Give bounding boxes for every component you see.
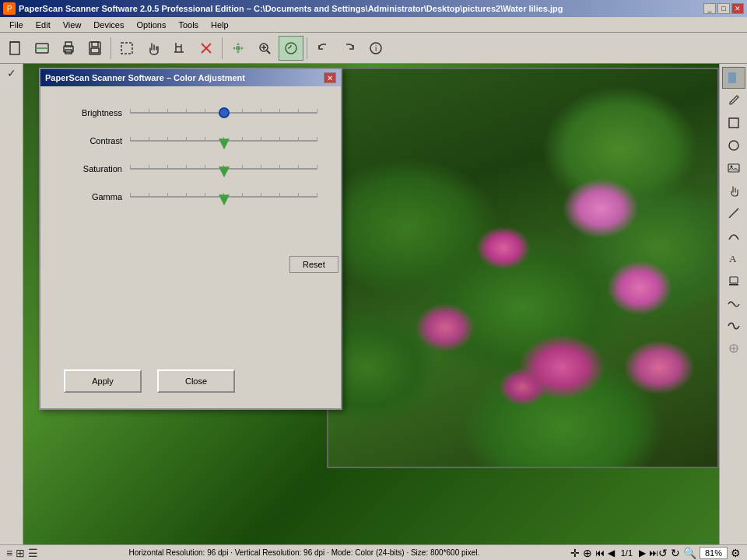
gamma-slider[interactable] xyxy=(130,189,317,205)
title-bar-controls: _ □ ✕ xyxy=(703,3,744,14)
dialog-close-button[interactable]: ✕ xyxy=(324,72,336,83)
toolbar-btn-info[interactable]: i xyxy=(363,36,388,61)
zoom-search-icon[interactable]: 🔍 xyxy=(683,547,696,559)
rotate-left-icon[interactable]: ↺ xyxy=(658,547,668,559)
apply-button[interactable]: Apply xyxy=(64,369,142,393)
right-tool-circle[interactable] xyxy=(722,135,745,156)
dialog-content: Brightness Contrast xyxy=(40,86,341,223)
toolbar: i xyxy=(0,33,747,64)
saturation-label: Saturation xyxy=(64,164,122,173)
menu-bar: File Edit View Devices Options Tools Hel… xyxy=(0,17,747,33)
toolbar-sep-3 xyxy=(307,37,307,59)
left-panel: ✓ xyxy=(0,64,23,544)
right-toolbar: A xyxy=(719,64,747,544)
right-tool-select[interactable] xyxy=(722,67,745,89)
contrast-label: Contrast xyxy=(64,136,122,145)
gamma-row: Gamma xyxy=(64,186,317,208)
toolbar-sep-1 xyxy=(110,37,111,59)
menu-edit[interactable]: Edit xyxy=(30,19,57,31)
toolbar-btn-print[interactable] xyxy=(56,36,81,61)
nav-first[interactable]: ⏮ xyxy=(595,548,605,558)
menu-view[interactable]: View xyxy=(57,19,88,31)
reset-button[interactable]: Reset xyxy=(289,256,338,273)
zoom-area: ↺ ↻ 🔍 81% ⚙ xyxy=(658,547,741,559)
menu-devices[interactable]: Devices xyxy=(87,19,130,31)
toolbar-btn-color-adj[interactable] xyxy=(279,36,303,61)
right-tool-pen[interactable] xyxy=(722,89,745,111)
status-bar: ≡ ⊞ ☰ Horizontal Resolution: 96 dpi · Ve… xyxy=(0,544,747,560)
right-tool-text[interactable]: A xyxy=(722,247,745,269)
right-tool-rect[interactable] xyxy=(722,112,745,134)
rotate-right-icon[interactable]: ↻ xyxy=(671,547,680,559)
svg-point-17 xyxy=(236,46,240,51)
gamma-thumb[interactable] xyxy=(219,194,230,205)
toolbar-btn-crop[interactable] xyxy=(167,36,192,61)
toolbar-btn-scan[interactable] xyxy=(30,36,54,61)
saturation-row: Saturation xyxy=(64,158,317,180)
minimize-button[interactable]: _ xyxy=(703,3,716,14)
contrast-thumb[interactable] xyxy=(219,138,230,149)
toolbar-btn-zoom-in[interactable] xyxy=(252,36,277,61)
svg-line-30 xyxy=(729,208,738,218)
settings-icon[interactable]: ⚙ xyxy=(731,547,741,559)
main-content: ✓ PaperScan Scanner Software – Color Adj… xyxy=(0,64,747,544)
contrast-slider[interactable] xyxy=(130,133,317,149)
right-tool-wave1[interactable] xyxy=(722,292,745,314)
view-list-icon[interactable]: ≡ xyxy=(6,547,12,559)
nav-move-icon[interactable]: ✛ xyxy=(570,547,580,559)
close-button[interactable]: ✕ xyxy=(731,3,744,14)
right-tool-extra[interactable] xyxy=(722,338,745,359)
svg-rect-32 xyxy=(730,277,738,283)
toolbar-btn-move[interactable] xyxy=(226,36,251,61)
svg-point-22 xyxy=(286,43,296,54)
title-bar-left: P PaperScan Scanner Software 2.0.5 Profe… xyxy=(3,2,563,15)
brightness-label: Brightness xyxy=(64,108,122,117)
toolbar-btn-save[interactable] xyxy=(82,36,107,61)
svg-text:A: A xyxy=(729,253,737,264)
right-tool-image[interactable] xyxy=(722,157,745,179)
right-tool-wave2[interactable] xyxy=(722,315,745,337)
svg-rect-10 xyxy=(121,43,132,54)
maximize-button[interactable]: □ xyxy=(717,3,730,14)
nav-last[interactable]: ⏭ xyxy=(649,548,658,558)
toolbar-btn-delete[interactable] xyxy=(194,36,219,61)
close-button[interactable]: Close xyxy=(157,369,235,393)
svg-line-19 xyxy=(267,51,270,54)
app-window: P PaperScan Scanner Software 2.0.5 Profe… xyxy=(0,0,747,560)
title-bar: P PaperScan Scanner Software 2.0.5 Profe… xyxy=(0,0,747,17)
nav-fit-icon[interactable]: ⊕ xyxy=(583,547,592,559)
saturation-thumb[interactable] xyxy=(219,166,230,177)
menu-tools[interactable]: Tools xyxy=(172,19,205,31)
menu-options[interactable]: Options xyxy=(130,19,172,31)
menu-help[interactable]: Help xyxy=(205,19,235,31)
svg-rect-0 xyxy=(10,42,19,54)
contrast-row: Contrast xyxy=(64,130,317,152)
svg-rect-33 xyxy=(729,284,738,285)
right-tool-curve[interactable] xyxy=(722,225,745,247)
saturation-slider[interactable] xyxy=(130,161,317,177)
right-tool-stamp[interactable] xyxy=(722,270,745,292)
toolbar-btn-new[interactable] xyxy=(3,36,28,61)
nav-next[interactable]: ▶ xyxy=(639,548,646,558)
toolbar-btn-select[interactable] xyxy=(114,36,139,61)
svg-rect-25 xyxy=(728,72,736,83)
zoom-value[interactable]: 81% xyxy=(700,547,728,559)
toolbar-btn-undo[interactable] xyxy=(310,36,335,61)
svg-point-27 xyxy=(729,141,738,150)
menu-file[interactable]: File xyxy=(3,19,30,31)
nav-prev[interactable]: ◀ xyxy=(608,548,615,558)
brightness-slider[interactable] xyxy=(130,105,317,121)
view-detail-icon[interactable]: ☰ xyxy=(28,547,38,559)
svg-rect-8 xyxy=(92,42,98,47)
brightness-thumb[interactable] xyxy=(219,107,230,118)
svg-rect-26 xyxy=(729,118,738,128)
right-tool-line[interactable] xyxy=(722,202,745,224)
check-mark: ✓ xyxy=(7,67,16,79)
bottom-left-icons: ≡ ⊞ ☰ xyxy=(6,547,38,559)
preview-area xyxy=(327,68,719,544)
view-grid-icon[interactable]: ⊞ xyxy=(16,547,25,559)
right-tool-grab[interactable] xyxy=(722,180,745,201)
status-text: Horizontal Resolution: 96 dpi · Vertical… xyxy=(38,548,570,557)
toolbar-btn-redo[interactable] xyxy=(337,36,362,61)
toolbar-btn-hand[interactable] xyxy=(141,36,166,61)
